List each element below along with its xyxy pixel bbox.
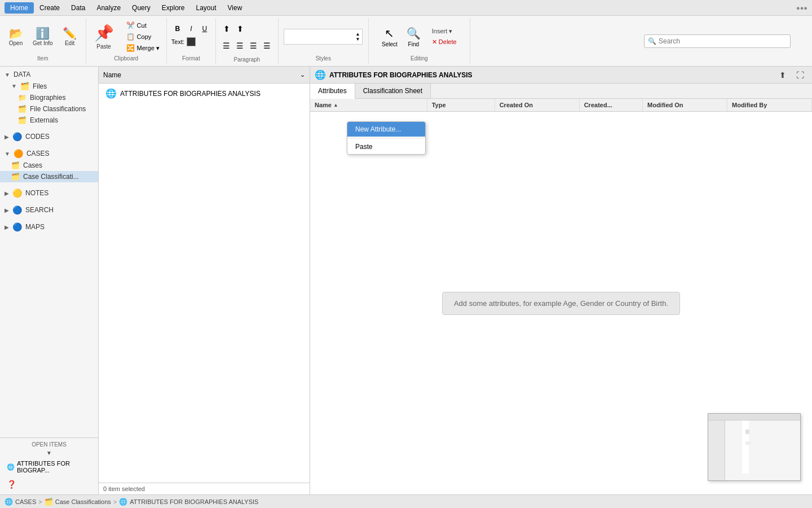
format-buttons-row: B I U xyxy=(171,23,211,35)
ribbon-clipboard-buttons: 📌 Paste ✂️ Cut 📋 Copy 🔀 Merge ▾ xyxy=(91,20,162,53)
mini-preview xyxy=(708,413,801,481)
select-icon: ↖ xyxy=(385,27,394,40)
styles-arrows: ▲ ▼ xyxy=(355,32,360,42)
align-top-left-btn[interactable]: ⬆ xyxy=(220,23,233,35)
insert-btn[interactable]: Insert ▾ xyxy=(430,27,459,36)
col-header-modified-by[interactable]: Modified By xyxy=(727,99,812,111)
ctx-new-attribute[interactable]: New Attribute... xyxy=(347,122,425,137)
menu-analyze[interactable]: Analyze xyxy=(91,2,126,14)
menu-query[interactable]: Query xyxy=(126,2,156,14)
ribbon-edit-btn[interactable]: ✏️ Edit xyxy=(59,25,81,49)
editing-main-btns: ↖ Select 🔍 Find xyxy=(379,24,423,50)
sidebar-search-header[interactable]: ▶ 🔵 SEARCH xyxy=(0,204,98,216)
mini-preview-sidebar xyxy=(708,421,725,480)
align-justify-btn[interactable]: ☰ xyxy=(261,40,273,52)
ribbon-copy-btn[interactable]: 📋 Copy xyxy=(124,32,162,42)
files-icon: 🗂️ xyxy=(20,82,29,90)
content-tabs: Attributes Classification Sheet xyxy=(310,84,812,99)
menu-data[interactable]: Data xyxy=(65,2,91,14)
bold-btn[interactable]: B xyxy=(171,23,184,35)
sidebar-search-label: SEARCH xyxy=(25,206,54,214)
sidebar-notes-header[interactable]: ▶ 🟡 NOTES xyxy=(0,187,98,199)
ribbon-getinfo-btn[interactable]: ℹ️ Get Info xyxy=(29,25,56,49)
sidebar-notes-label: NOTES xyxy=(25,189,48,197)
help-btn[interactable]: ❓ xyxy=(5,478,19,491)
notes-arrow: ▶ xyxy=(5,190,9,196)
content-icon: 🌐 xyxy=(315,69,326,80)
menu-layout[interactable]: Layout xyxy=(190,2,222,14)
align-top-center-btn[interactable]: ⬆ xyxy=(234,23,246,35)
ribbon-merge-btn[interactable]: 🔀 Merge ▾ xyxy=(124,43,162,53)
sidebar-biographies[interactable]: 📁 Biographies xyxy=(0,92,98,103)
col-header-modified-on[interactable]: Modified On xyxy=(643,99,727,111)
ribbon-group-item: 📂 Open ℹ️ Get Info ✏️ Edit Item xyxy=(0,18,86,64)
sidebar-cases-header[interactable]: ▼ 🟠 CASES xyxy=(0,147,98,160)
file-sort-btn[interactable]: ⌄ xyxy=(300,71,305,78)
tab-classification-sheet[interactable]: Classification Sheet xyxy=(355,84,431,98)
ribbon-paste-btn[interactable]: 📌 Paste xyxy=(91,21,117,52)
content-share-btn[interactable]: ⬆ xyxy=(776,69,789,81)
align-right-btn[interactable]: ☰ xyxy=(248,40,260,52)
align-row-top: ⬆ ⬆ xyxy=(220,23,273,35)
find-icon: 🔍 xyxy=(407,27,421,40)
italic-btn[interactable]: I xyxy=(185,23,197,35)
sidebar-case-classifications[interactable]: 🗂️ Case Classificati... xyxy=(0,171,98,182)
sidebar-files-label: Files xyxy=(33,82,47,90)
breadcrumb-case-classifications[interactable]: Case Classifications xyxy=(55,498,111,505)
ribbon-group-clipboard: 📌 Paste ✂️ Cut 📋 Copy 🔀 Merge ▾ Clipboar… xyxy=(86,18,167,64)
menu-home[interactable]: Home xyxy=(5,2,34,14)
find-btn[interactable]: 🔍 Find xyxy=(404,24,423,50)
editing-controls: ↖ Select 🔍 Find Insert ▾ ✕ Delete xyxy=(379,20,459,53)
breadcrumb-sep-1: > xyxy=(38,498,42,505)
styles-dropdown[interactable]: ▲ ▼ xyxy=(284,29,363,45)
maps-arrow: ▶ xyxy=(5,224,9,230)
align-center-btn[interactable]: ☰ xyxy=(234,40,246,52)
sidebar-externals[interactable]: 🗂️ Externals xyxy=(0,115,98,126)
file-list: 🌐 ATTRIBUTES FOR BIOGRAPHIES ANALYSIS xyxy=(99,84,310,483)
sidebar-data-label: DATA xyxy=(14,71,30,78)
search-area: 🔍 xyxy=(644,18,812,64)
select-btn[interactable]: ↖ Select xyxy=(379,24,400,50)
ctx-paste[interactable]: Paste xyxy=(347,139,425,154)
menu-create[interactable]: Create xyxy=(34,2,65,14)
ctx-separator xyxy=(347,138,425,138)
ribbon-open-btn[interactable]: 📂 Open xyxy=(5,25,27,49)
sidebar-file-classifications-label: File Classifications xyxy=(30,105,86,113)
content-expand-btn[interactable]: ⛶ xyxy=(793,69,807,81)
open-items-arrow: ▼ xyxy=(5,450,94,456)
col-header-type[interactable]: Type xyxy=(427,99,495,111)
ribbon-editing-label: Editing xyxy=(411,53,428,62)
sidebar-file-classifications[interactable]: 🗂️ File Classifications xyxy=(0,103,98,115)
sidebar-cases-item[interactable]: 🗂️ Cases xyxy=(0,160,98,171)
col-header-created-by[interactable]: Created... xyxy=(580,99,643,111)
mini-preview-content xyxy=(742,421,749,474)
ribbon-clipboard-label: Clipboard xyxy=(114,53,138,62)
menu-explore[interactable]: Explore xyxy=(156,2,191,14)
file-item-biographies[interactable]: 🌐 ATTRIBUTES FOR BIOGRAPHIES ANALYSIS xyxy=(99,86,310,101)
open-item-biographies[interactable]: 🌐 ATTRIBUTES FOR BIOGRAP... xyxy=(5,458,94,475)
name-sort-icon: ▲ xyxy=(333,102,338,108)
ribbon-cut-btn[interactable]: ✂️ Cut xyxy=(124,20,162,30)
cases-icon: 🟠 xyxy=(14,149,23,158)
codes-icon: 🔵 xyxy=(12,132,22,141)
sidebar-codes-header[interactable]: ▶ 🔵 CODES xyxy=(0,130,98,143)
breadcrumb: 🌐 CASES > 🗂️ Case Classifications > 🌐 AT… xyxy=(5,498,258,506)
sidebar-codes-section: ▶ 🔵 CODES xyxy=(0,128,98,145)
col-header-created-on[interactable]: Created On xyxy=(495,99,580,111)
breadcrumb-cases[interactable]: CASES xyxy=(15,498,36,505)
align-left-btn[interactable]: ☰ xyxy=(220,40,233,52)
sidebar-maps-header[interactable]: ▶ 🔵 MAPS xyxy=(0,221,98,233)
tab-attributes[interactable]: Attributes xyxy=(310,84,355,99)
col-header-name[interactable]: Name ▲ xyxy=(310,99,427,111)
underline-btn[interactable]: U xyxy=(198,23,211,35)
search-input[interactable] xyxy=(659,37,787,45)
ribbon-group-paragraph: ⬆ ⬆ ☰ ☰ ☰ ☰ Paragraph xyxy=(216,18,279,64)
menu-view[interactable]: View xyxy=(222,2,248,14)
text-color-swatch[interactable] xyxy=(187,37,196,46)
delete-btn[interactable]: ✕ Delete xyxy=(430,37,459,47)
getinfo-icon: ℹ️ xyxy=(36,28,50,39)
sidebar-files-header[interactable]: ▼ 🗂️ Files xyxy=(0,80,98,92)
mini-row-4 xyxy=(745,441,751,445)
sidebar-externals-label: Externals xyxy=(30,116,58,124)
content-header: 🌐 ATTRIBUTES FOR BIOGRAPHIES ANALYSIS ⬆ … xyxy=(310,67,812,84)
